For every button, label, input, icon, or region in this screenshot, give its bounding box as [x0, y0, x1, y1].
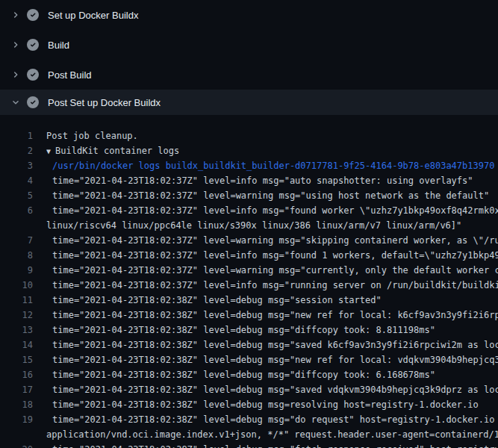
- log-line-number[interactable]: 19: [0, 412, 33, 427]
- log-line-continuation: application/vnd.oci.image.index.v1+json,…: [0, 427, 498, 442]
- check-circle-icon: [27, 39, 39, 51]
- chevron-down-icon[interactable]: [10, 96, 22, 108]
- log-line: 12time="2021-04-23T18:02:38Z" level=debu…: [0, 308, 498, 323]
- log-line-text: time="2021-04-23T18:02:38Z" level=debug …: [46, 367, 498, 382]
- log-line-number[interactable]: 12: [0, 308, 33, 323]
- log-line-text: time="2021-04-23T18:02:37Z" level=info m…: [46, 203, 498, 218]
- step-header-build[interactable]: Build: [0, 30, 498, 60]
- log-line-text: time="2021-04-23T18:02:38Z" level=debug …: [46, 442, 498, 448]
- log-line: 16time="2021-04-23T18:02:38Z" level=debu…: [0, 367, 498, 382]
- log-line-number[interactable]: 7: [0, 233, 33, 248]
- log-line: 3/usr/bin/docker logs buildx_buildkit_bu…: [0, 158, 498, 173]
- log-line-number[interactable]: 5: [0, 188, 33, 203]
- log-line-number[interactable]: 4: [0, 173, 33, 188]
- log-line: 14time="2021-04-23T18:02:38Z" level=debu…: [0, 337, 498, 352]
- log-line-number[interactable]: 14: [0, 337, 33, 352]
- chevron-right-icon[interactable]: [10, 9, 22, 21]
- chevron-right-icon[interactable]: [10, 69, 22, 81]
- log-command-text: /usr/bin/docker logs buildx_buildkit_bui…: [46, 158, 498, 173]
- log-line-text: application/vnd.oci.image.index.v1+json,…: [46, 427, 498, 442]
- log-line-text: time="2021-04-23T18:02:37Z" level=info m…: [46, 278, 498, 293]
- workflow-log-viewer: Set up Docker BuildxBuildPost BuildPost …: [0, 0, 498, 448]
- log-line-number[interactable]: 13: [0, 323, 33, 337]
- check-circle-icon: [27, 9, 39, 21]
- log-line-number[interactable]: 1: [0, 128, 33, 143]
- log-line: 10time="2021-04-23T18:02:37Z" level=info…: [0, 278, 498, 293]
- step-list: Set up Docker BuildxBuildPost BuildPost …: [0, 0, 498, 115]
- log-line-number: [0, 218, 33, 233]
- log-line-text: linux/riscv64 linux/ppc64le linux/s390x …: [46, 218, 498, 233]
- step-label: Post Set up Docker Buildx: [48, 97, 161, 108]
- log-line-number[interactable]: 6: [0, 203, 33, 218]
- step-header-post-build[interactable]: Post Build: [0, 60, 498, 90]
- log-line: 11time="2021-04-23T18:02:38Z" level=debu…: [0, 293, 498, 308]
- log-line-text: time="2021-04-23T18:02:38Z" level=debug …: [46, 397, 498, 412]
- log-line-text: time="2021-04-23T18:02:38Z" level=debug …: [46, 293, 498, 308]
- log-line-number[interactable]: 11: [0, 293, 33, 308]
- log-line: 9time="2021-04-23T18:02:37Z" level=warni…: [0, 263, 498, 278]
- log-line-text: time="2021-04-23T18:02:37Z" level=info m…: [46, 248, 498, 263]
- log-line-number[interactable]: 17: [0, 382, 33, 397]
- log-line-text: time="2021-04-23T18:02:38Z" level=debug …: [46, 412, 498, 427]
- log-line-number[interactable]: 2: [0, 143, 33, 158]
- chevron-right-icon[interactable]: [10, 39, 22, 51]
- check-circle-icon: [27, 69, 39, 81]
- log-line-text: time="2021-04-23T18:02:38Z" level=debug …: [46, 308, 498, 323]
- log-line-continuation: linux/riscv64 linux/ppc64le linux/s390x …: [0, 218, 498, 233]
- log-line-number[interactable]: 20: [0, 442, 33, 448]
- step-header-post-set-up-docker-buildx[interactable]: Post Set up Docker Buildx: [0, 90, 498, 115]
- log-line-text: time="2021-04-23T18:02:38Z" level=debug …: [46, 382, 498, 397]
- check-circle-icon: [27, 96, 39, 108]
- step-label: Post Build: [48, 69, 92, 81]
- log-line-text: time="2021-04-23T18:02:38Z" level=debug …: [46, 337, 498, 352]
- log-line-number[interactable]: 9: [0, 263, 33, 278]
- log-line: 2▼BuildKit container logs: [0, 143, 498, 158]
- log-group-label[interactable]: BuildKit container logs: [55, 146, 179, 156]
- log-line-number[interactable]: 18: [0, 397, 33, 412]
- step-header-set-up-docker-buildx[interactable]: Set up Docker Buildx: [0, 0, 498, 30]
- log-line: 18time="2021-04-23T18:02:38Z" level=debu…: [0, 397, 498, 412]
- log-line-text: time="2021-04-23T18:02:37Z" level=info m…: [46, 173, 498, 188]
- log-line: 15time="2021-04-23T18:02:38Z" level=debu…: [0, 352, 498, 367]
- log-line-number[interactable]: 3: [0, 158, 33, 173]
- log-line: 17time="2021-04-23T18:02:38Z" level=debu…: [0, 382, 498, 397]
- log-line-text: time="2021-04-23T18:02:38Z" level=debug …: [46, 323, 498, 337]
- log-line-text: time="2021-04-23T18:02:37Z" level=warnin…: [46, 188, 498, 203]
- log-panel: 1Post job cleanup.2▼BuildKit container l…: [0, 115, 498, 448]
- log-line-text: ▼BuildKit container logs: [46, 143, 498, 158]
- log-line-text: Post job cleanup.: [46, 128, 498, 143]
- log-line-text: time="2021-04-23T18:02:37Z" level=warnin…: [46, 263, 498, 278]
- log-line: 7time="2021-04-23T18:02:37Z" level=warni…: [0, 233, 498, 248]
- step-label: Build: [48, 40, 69, 51]
- group-collapse-triangle-icon[interactable]: ▼: [46, 144, 51, 158]
- log-line-number[interactable]: 10: [0, 278, 33, 293]
- log-line-number[interactable]: 8: [0, 248, 33, 263]
- log-line-text: time="2021-04-23T18:02:37Z" level=warnin…: [46, 233, 498, 248]
- log-line-number: [0, 427, 33, 442]
- log-line: 20time="2021-04-23T18:02:38Z" level=debu…: [0, 442, 498, 448]
- log-line-text: time="2021-04-23T18:02:38Z" level=debug …: [46, 352, 498, 367]
- log-line: 13time="2021-04-23T18:02:38Z" level=debu…: [0, 323, 498, 337]
- log-line: 6time="2021-04-23T18:02:37Z" level=info …: [0, 203, 498, 218]
- log-line: 4time="2021-04-23T18:02:37Z" level=info …: [0, 173, 498, 188]
- step-label: Set up Docker Buildx: [48, 10, 138, 21]
- log-line-number[interactable]: 15: [0, 352, 33, 367]
- log-line: 1Post job cleanup.: [0, 128, 498, 143]
- log-line: 5time="2021-04-23T18:02:37Z" level=warni…: [0, 188, 498, 203]
- log-line: 8time="2021-04-23T18:02:37Z" level=info …: [0, 248, 498, 263]
- log-line-number[interactable]: 16: [0, 367, 33, 382]
- log-line: 19time="2021-04-23T18:02:38Z" level=debu…: [0, 412, 498, 427]
